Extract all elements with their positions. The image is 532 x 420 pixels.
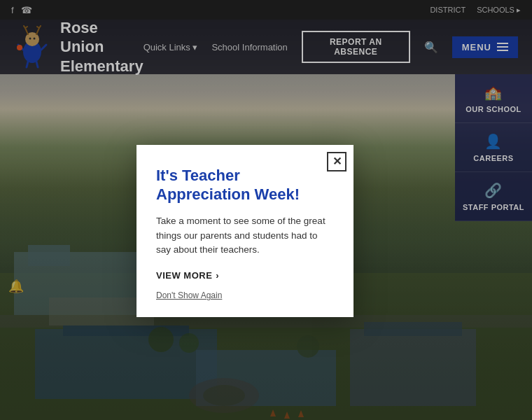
modal-close-button[interactable]: ✕ <box>327 152 346 172</box>
modal-overlay: ✕ It's Teacher Appreciation Week! Take a… <box>0 0 532 420</box>
modal-dialog: ✕ It's Teacher Appreciation Week! Take a… <box>136 145 354 318</box>
modal-title: It's Teacher Appreciation Week! <box>156 166 334 204</box>
modal-body: Take a moment to see some of the great t… <box>156 214 334 258</box>
view-more-link[interactable]: VIEW MORE › <box>156 270 334 281</box>
view-more-text: VIEW MORE <box>156 270 212 281</box>
dont-show-link[interactable]: Don't Show Again <box>156 290 334 300</box>
chevron-right-icon: › <box>216 270 219 281</box>
